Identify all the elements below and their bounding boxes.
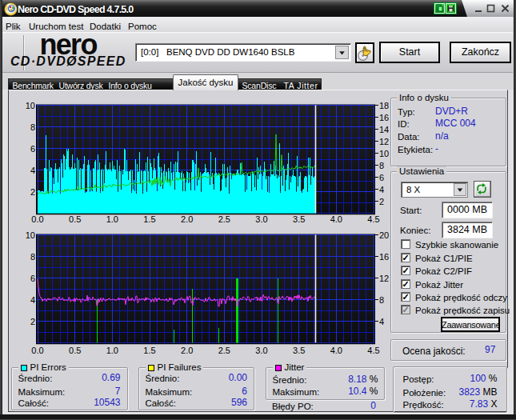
svg-text:4: 4 bbox=[379, 185, 384, 194]
svg-text:4.0: 4.0 bbox=[330, 346, 342, 355]
svg-text:4: 4 bbox=[379, 317, 384, 326]
svg-text:1.5: 1.5 bbox=[143, 346, 155, 355]
svg-text:10: 10 bbox=[379, 149, 389, 158]
svg-text:2: 2 bbox=[30, 187, 35, 197]
svg-text:1.0: 1.0 bbox=[106, 214, 118, 224]
svg-text:8: 8 bbox=[30, 122, 35, 132]
svg-text:4.0: 4.0 bbox=[330, 214, 342, 224]
svg-text:12: 12 bbox=[379, 274, 389, 283]
svg-text:20: 20 bbox=[379, 230, 389, 240]
svg-text:4.5: 4.5 bbox=[367, 214, 379, 224]
svg-text:3.0: 3.0 bbox=[255, 214, 267, 224]
svg-text:4: 4 bbox=[30, 166, 35, 175]
svg-text:16: 16 bbox=[379, 113, 389, 122]
svg-text:3.5: 3.5 bbox=[293, 346, 305, 355]
svg-text:1.5: 1.5 bbox=[143, 214, 155, 224]
svg-text:6: 6 bbox=[30, 274, 35, 283]
svg-text:16: 16 bbox=[379, 252, 389, 262]
svg-text:2.5: 2.5 bbox=[218, 346, 230, 355]
svg-text:6: 6 bbox=[379, 173, 384, 182]
svg-text:0.0: 0.0 bbox=[31, 346, 43, 355]
svg-text:8: 8 bbox=[379, 295, 384, 305]
svg-text:18: 18 bbox=[379, 101, 389, 110]
svg-text:0.5: 0.5 bbox=[69, 346, 81, 355]
svg-text:2.5: 2.5 bbox=[218, 214, 230, 224]
svg-text:1.0: 1.0 bbox=[106, 346, 118, 355]
svg-text:3.0: 3.0 bbox=[255, 346, 267, 355]
svg-text:10: 10 bbox=[26, 230, 35, 240]
svg-text:2.0: 2.0 bbox=[181, 214, 193, 224]
svg-text:10: 10 bbox=[26, 101, 35, 110]
svg-text:4: 4 bbox=[30, 295, 35, 305]
svg-text:8: 8 bbox=[379, 161, 384, 170]
svg-text:2: 2 bbox=[379, 197, 384, 206]
svg-text:2.0: 2.0 bbox=[181, 346, 193, 355]
svg-text:0.5: 0.5 bbox=[69, 214, 81, 224]
svg-text:3.5: 3.5 bbox=[293, 214, 305, 224]
svg-text:8: 8 bbox=[30, 252, 35, 262]
svg-text:0.0: 0.0 bbox=[31, 214, 43, 224]
svg-text:14: 14 bbox=[379, 125, 389, 134]
svg-text:6: 6 bbox=[30, 144, 35, 154]
svg-text:4.5: 4.5 bbox=[367, 346, 379, 355]
svg-text:12: 12 bbox=[379, 137, 389, 146]
svg-text:2: 2 bbox=[30, 317, 35, 326]
